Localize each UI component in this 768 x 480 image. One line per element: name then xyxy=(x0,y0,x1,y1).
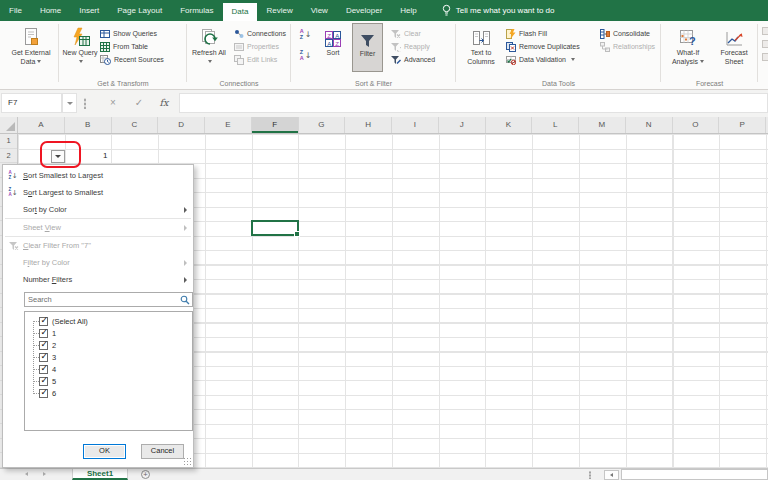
filter-button[interactable]: Filter xyxy=(352,23,383,72)
tab-help[interactable]: Help xyxy=(391,0,425,21)
menu-item-label: Sort Largest to Smallest xyxy=(23,188,193,197)
text-to-columns-button[interactable]: Text to Columns xyxy=(461,23,501,66)
column-header-i[interactable]: I xyxy=(392,117,439,133)
column-header-c[interactable]: C xyxy=(112,117,159,133)
new-sheet-button[interactable]: + xyxy=(141,470,150,479)
column-header-o[interactable]: O xyxy=(673,117,720,133)
sort-ascending-button[interactable]: AZ↓ xyxy=(296,26,315,43)
refresh-all-button[interactable]: Refresh All xyxy=(191,23,227,66)
filter-value-1[interactable]: 1 xyxy=(25,327,192,339)
tell-me-box[interactable]: Tell me what you want to do xyxy=(442,0,555,21)
column-header-b[interactable]: B xyxy=(65,117,112,133)
column-header-f[interactable]: F xyxy=(252,117,299,133)
menu-item-filter-by-color[interactable]: Filter by Color xyxy=(3,254,193,271)
checkbox-icon[interactable] xyxy=(39,377,48,386)
resize-grip[interactable] xyxy=(183,457,191,465)
row-header-2[interactable]: 2 xyxy=(0,149,17,164)
tab-page-layout[interactable]: Page Layout xyxy=(108,0,171,21)
menu-item-sheet-view[interactable]: Sheet View xyxy=(3,219,193,236)
filter-value-3[interactable]: 3 xyxy=(25,351,192,363)
relationships-button[interactable]: Relationships xyxy=(600,40,655,53)
menu-item-sort-smallest-to-largest[interactable]: AZ↓Sort Smallest to Largest xyxy=(3,167,193,184)
filter-value-6[interactable]: 6 xyxy=(25,387,192,399)
column-header-g[interactable]: G xyxy=(299,117,346,133)
tab-home[interactable]: Home xyxy=(31,0,70,21)
column-header-k[interactable]: K xyxy=(486,117,533,133)
connections-button[interactable]: Connections xyxy=(234,27,286,40)
column-header-h[interactable]: H xyxy=(345,117,392,133)
horizontal-scrollbar[interactable] xyxy=(621,469,768,480)
remove-duplicates-button[interactable]: Remove Duplicates xyxy=(506,40,580,53)
sort-button[interactable]: ZAAZ Sort xyxy=(318,23,348,58)
checkbox-icon[interactable] xyxy=(39,341,48,350)
confirm-entry-icon[interactable]: ✓ xyxy=(128,93,150,113)
filter-search-input[interactable] xyxy=(25,293,192,306)
select-all-corner[interactable] xyxy=(0,117,18,133)
recent-sources-button[interactable]: Recent Sources xyxy=(100,53,164,66)
menu-item-clear-filter-from-7[interactable]: Clear Filter From "7" xyxy=(3,237,193,254)
name-box-dropdown[interactable] xyxy=(62,93,77,113)
menu-item-number-filters[interactable]: Number Filters xyxy=(3,271,193,288)
menu-item-sort-by-color[interactable]: Sort by Color xyxy=(3,201,193,218)
clear-filter-button[interactable]: Clear xyxy=(390,27,421,40)
tab-insert[interactable]: Insert xyxy=(70,0,108,21)
sort-descending-button[interactable]: ZA↓ xyxy=(296,47,315,64)
checkbox-icon[interactable] xyxy=(39,389,48,398)
tab-review[interactable]: Review xyxy=(257,0,301,21)
flash-fill-button[interactable]: Flash Fill xyxy=(506,27,547,40)
column-header-l[interactable]: L xyxy=(532,117,579,133)
column-header-d[interactable]: D xyxy=(158,117,205,133)
next-sheet-icon[interactable] xyxy=(43,472,46,476)
column-header-m[interactable]: M xyxy=(579,117,626,133)
filter-search-box[interactable] xyxy=(24,292,193,307)
tab-data[interactable]: Data xyxy=(223,3,258,21)
sheet-tab-sheet1[interactable]: Sheet1 xyxy=(72,469,128,480)
tab-formulas[interactable]: Formulas xyxy=(171,0,222,21)
checkbox-icon[interactable] xyxy=(39,317,48,326)
selected-cell-f7[interactable] xyxy=(251,220,299,236)
edit-links-button[interactable]: Edit Links xyxy=(234,53,277,66)
column-header-e[interactable]: E xyxy=(205,117,252,133)
filter-value-4[interactable]: 4 xyxy=(25,363,192,375)
checkbox-icon[interactable] xyxy=(39,329,48,338)
dropdown-caret-icon xyxy=(79,60,83,63)
checkbox-icon[interactable] xyxy=(39,365,48,374)
ok-button[interactable]: OK xyxy=(83,444,126,459)
data-validation-button[interactable]: Data Validation xyxy=(506,53,575,66)
new-query-button[interactable]: New Query xyxy=(62,23,98,66)
insert-function-icon[interactable]: fx xyxy=(153,93,175,113)
column-header-j[interactable]: J xyxy=(439,117,486,133)
properties-button[interactable]: Properties xyxy=(234,40,279,53)
formula-input[interactable] xyxy=(179,93,768,113)
show-queries-button[interactable]: Show Queries xyxy=(100,27,157,40)
cancel-button[interactable]: Cancel xyxy=(141,444,184,459)
name-box[interactable]: F7 xyxy=(1,93,62,113)
scroll-left-button[interactable] xyxy=(604,470,619,480)
what-if-analysis-button[interactable]: ? What-If Analysis xyxy=(666,23,710,66)
previous-sheet-icon[interactable] xyxy=(25,472,28,476)
tab-file[interactable]: File xyxy=(0,0,31,21)
forecast-sheet-button[interactable]: Forecast Sheet xyxy=(712,23,756,66)
svg-text:A: A xyxy=(335,33,339,39)
consolidate-button[interactable]: Consolidate xyxy=(600,27,650,40)
advanced-filter-button[interactable]: Advanced xyxy=(390,53,435,66)
get-external-data-label: Get External Data xyxy=(6,49,56,66)
column-header-a[interactable]: A xyxy=(18,117,65,133)
column-header-p[interactable]: P xyxy=(719,117,766,133)
column-header-n[interactable]: N xyxy=(626,117,673,133)
from-table-button[interactable]: From Table xyxy=(100,40,148,53)
row-header-1[interactable]: 1 xyxy=(0,134,17,149)
filter-value-2[interactable]: 2 xyxy=(25,339,192,351)
tab-splitter[interactable] xyxy=(589,471,591,479)
reapply-button[interactable]: Reapply xyxy=(390,40,430,53)
filter-value-select-all[interactable]: (Select All) xyxy=(25,315,192,327)
new-query-icon xyxy=(71,23,90,47)
get-external-data-button[interactable]: Get External Data xyxy=(6,23,56,66)
menu-item-sort-largest-to-smallest[interactable]: ZA↓Sort Largest to Smallest xyxy=(3,184,193,201)
tab-view[interactable]: View xyxy=(302,0,337,21)
tab-developer[interactable]: Developer xyxy=(337,0,391,21)
cancel-entry-icon[interactable]: × xyxy=(102,93,124,113)
reapply-label: Reapply xyxy=(404,43,430,50)
checkbox-icon[interactable] xyxy=(39,353,48,362)
filter-value-5[interactable]: 5 xyxy=(25,375,192,387)
